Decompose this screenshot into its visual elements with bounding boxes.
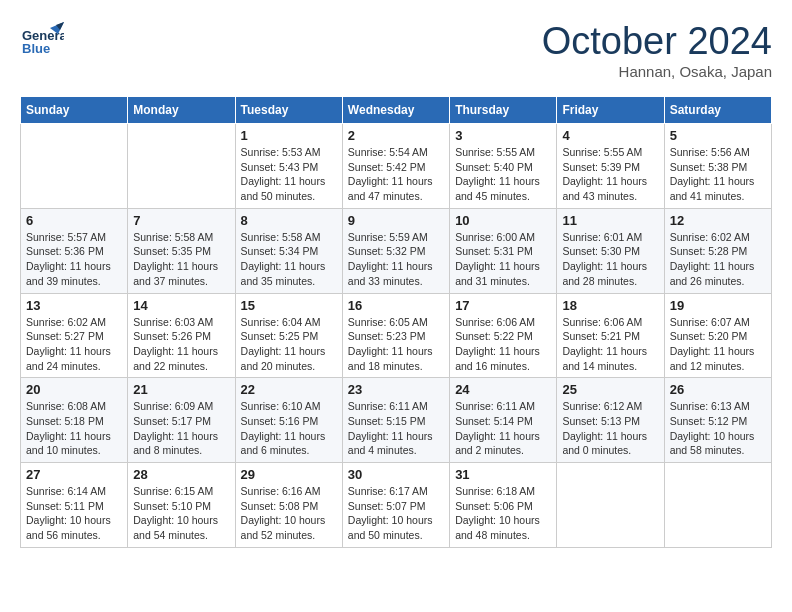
calendar-cell: 31Sunrise: 6:18 AMSunset: 5:06 PMDayligh… [450, 463, 557, 548]
calendar-cell: 12Sunrise: 6:02 AMSunset: 5:28 PMDayligh… [664, 208, 771, 293]
col-header-friday: Friday [557, 97, 664, 124]
calendar-cell: 13Sunrise: 6:02 AMSunset: 5:27 PMDayligh… [21, 293, 128, 378]
calendar-cell [128, 124, 235, 209]
cell-content: Sunrise: 6:06 AMSunset: 5:21 PMDaylight:… [562, 315, 658, 374]
calendar-cell: 23Sunrise: 6:11 AMSunset: 5:15 PMDayligh… [342, 378, 449, 463]
cell-content: Sunrise: 6:06 AMSunset: 5:22 PMDaylight:… [455, 315, 551, 374]
calendar-cell: 21Sunrise: 6:09 AMSunset: 5:17 PMDayligh… [128, 378, 235, 463]
col-header-sunday: Sunday [21, 97, 128, 124]
day-number: 15 [241, 298, 337, 313]
calendar-cell: 11Sunrise: 6:01 AMSunset: 5:30 PMDayligh… [557, 208, 664, 293]
cell-content: Sunrise: 6:02 AMSunset: 5:27 PMDaylight:… [26, 315, 122, 374]
cell-content: Sunrise: 6:10 AMSunset: 5:16 PMDaylight:… [241, 399, 337, 458]
calendar-cell: 25Sunrise: 6:12 AMSunset: 5:13 PMDayligh… [557, 378, 664, 463]
day-number: 16 [348, 298, 444, 313]
calendar-week-row: 13Sunrise: 6:02 AMSunset: 5:27 PMDayligh… [21, 293, 772, 378]
day-number: 19 [670, 298, 766, 313]
day-number: 17 [455, 298, 551, 313]
cell-content: Sunrise: 6:17 AMSunset: 5:07 PMDaylight:… [348, 484, 444, 543]
day-number: 14 [133, 298, 229, 313]
cell-content: Sunrise: 6:14 AMSunset: 5:11 PMDaylight:… [26, 484, 122, 543]
cell-content: Sunrise: 5:59 AMSunset: 5:32 PMDaylight:… [348, 230, 444, 289]
calendar-week-row: 6Sunrise: 5:57 AMSunset: 5:36 PMDaylight… [21, 208, 772, 293]
month-title: October 2024 [542, 20, 772, 63]
cell-content: Sunrise: 5:56 AMSunset: 5:38 PMDaylight:… [670, 145, 766, 204]
cell-content: Sunrise: 6:01 AMSunset: 5:30 PMDaylight:… [562, 230, 658, 289]
title-block: October 2024 Hannan, Osaka, Japan [542, 20, 772, 80]
day-number: 13 [26, 298, 122, 313]
calendar-cell: 19Sunrise: 6:07 AMSunset: 5:20 PMDayligh… [664, 293, 771, 378]
day-number: 5 [670, 128, 766, 143]
col-header-thursday: Thursday [450, 97, 557, 124]
calendar-cell: 20Sunrise: 6:08 AMSunset: 5:18 PMDayligh… [21, 378, 128, 463]
day-number: 27 [26, 467, 122, 482]
calendar-cell: 24Sunrise: 6:11 AMSunset: 5:14 PMDayligh… [450, 378, 557, 463]
calendar-cell: 26Sunrise: 6:13 AMSunset: 5:12 PMDayligh… [664, 378, 771, 463]
page-header: General Blue October 2024 Hannan, Osaka,… [20, 20, 772, 80]
day-number: 3 [455, 128, 551, 143]
calendar-week-row: 27Sunrise: 6:14 AMSunset: 5:11 PMDayligh… [21, 463, 772, 548]
day-number: 2 [348, 128, 444, 143]
day-number: 28 [133, 467, 229, 482]
day-number: 11 [562, 213, 658, 228]
day-number: 20 [26, 382, 122, 397]
calendar-cell: 16Sunrise: 6:05 AMSunset: 5:23 PMDayligh… [342, 293, 449, 378]
calendar-cell: 29Sunrise: 6:16 AMSunset: 5:08 PMDayligh… [235, 463, 342, 548]
calendar-cell: 15Sunrise: 6:04 AMSunset: 5:25 PMDayligh… [235, 293, 342, 378]
calendar-cell: 6Sunrise: 5:57 AMSunset: 5:36 PMDaylight… [21, 208, 128, 293]
cell-content: Sunrise: 6:07 AMSunset: 5:20 PMDaylight:… [670, 315, 766, 374]
col-header-saturday: Saturday [664, 97, 771, 124]
day-number: 6 [26, 213, 122, 228]
day-number: 29 [241, 467, 337, 482]
calendar-header-row: SundayMondayTuesdayWednesdayThursdayFrid… [21, 97, 772, 124]
calendar-cell: 9Sunrise: 5:59 AMSunset: 5:32 PMDaylight… [342, 208, 449, 293]
calendar-cell: 1Sunrise: 5:53 AMSunset: 5:43 PMDaylight… [235, 124, 342, 209]
col-header-monday: Monday [128, 97, 235, 124]
cell-content: Sunrise: 6:00 AMSunset: 5:31 PMDaylight:… [455, 230, 551, 289]
cell-content: Sunrise: 6:18 AMSunset: 5:06 PMDaylight:… [455, 484, 551, 543]
day-number: 1 [241, 128, 337, 143]
calendar-cell: 28Sunrise: 6:15 AMSunset: 5:10 PMDayligh… [128, 463, 235, 548]
calendar-cell: 3Sunrise: 5:55 AMSunset: 5:40 PMDaylight… [450, 124, 557, 209]
day-number: 10 [455, 213, 551, 228]
cell-content: Sunrise: 6:02 AMSunset: 5:28 PMDaylight:… [670, 230, 766, 289]
calendar-cell: 18Sunrise: 6:06 AMSunset: 5:21 PMDayligh… [557, 293, 664, 378]
col-header-tuesday: Tuesday [235, 97, 342, 124]
cell-content: Sunrise: 6:03 AMSunset: 5:26 PMDaylight:… [133, 315, 229, 374]
logo-icon: General Blue [20, 20, 64, 64]
day-number: 4 [562, 128, 658, 143]
day-number: 23 [348, 382, 444, 397]
calendar-cell: 22Sunrise: 6:10 AMSunset: 5:16 PMDayligh… [235, 378, 342, 463]
cell-content: Sunrise: 5:53 AMSunset: 5:43 PMDaylight:… [241, 145, 337, 204]
calendar-cell [664, 463, 771, 548]
calendar-cell: 4Sunrise: 5:55 AMSunset: 5:39 PMDaylight… [557, 124, 664, 209]
cell-content: Sunrise: 6:05 AMSunset: 5:23 PMDaylight:… [348, 315, 444, 374]
calendar-week-row: 1Sunrise: 5:53 AMSunset: 5:43 PMDaylight… [21, 124, 772, 209]
cell-content: Sunrise: 6:09 AMSunset: 5:17 PMDaylight:… [133, 399, 229, 458]
logo: General Blue [20, 20, 64, 64]
svg-text:Blue: Blue [22, 41, 50, 56]
calendar-cell: 2Sunrise: 5:54 AMSunset: 5:42 PMDaylight… [342, 124, 449, 209]
day-number: 31 [455, 467, 551, 482]
day-number: 26 [670, 382, 766, 397]
day-number: 21 [133, 382, 229, 397]
cell-content: Sunrise: 6:04 AMSunset: 5:25 PMDaylight:… [241, 315, 337, 374]
cell-content: Sunrise: 5:58 AMSunset: 5:35 PMDaylight:… [133, 230, 229, 289]
calendar-cell: 27Sunrise: 6:14 AMSunset: 5:11 PMDayligh… [21, 463, 128, 548]
day-number: 24 [455, 382, 551, 397]
calendar-cell [21, 124, 128, 209]
cell-content: Sunrise: 6:12 AMSunset: 5:13 PMDaylight:… [562, 399, 658, 458]
cell-content: Sunrise: 6:13 AMSunset: 5:12 PMDaylight:… [670, 399, 766, 458]
calendar-cell: 14Sunrise: 6:03 AMSunset: 5:26 PMDayligh… [128, 293, 235, 378]
calendar-cell: 30Sunrise: 6:17 AMSunset: 5:07 PMDayligh… [342, 463, 449, 548]
calendar-table: SundayMondayTuesdayWednesdayThursdayFrid… [20, 96, 772, 548]
day-number: 18 [562, 298, 658, 313]
day-number: 30 [348, 467, 444, 482]
cell-content: Sunrise: 5:54 AMSunset: 5:42 PMDaylight:… [348, 145, 444, 204]
day-number: 7 [133, 213, 229, 228]
day-number: 12 [670, 213, 766, 228]
calendar-cell [557, 463, 664, 548]
calendar-cell: 8Sunrise: 5:58 AMSunset: 5:34 PMDaylight… [235, 208, 342, 293]
cell-content: Sunrise: 5:57 AMSunset: 5:36 PMDaylight:… [26, 230, 122, 289]
day-number: 9 [348, 213, 444, 228]
